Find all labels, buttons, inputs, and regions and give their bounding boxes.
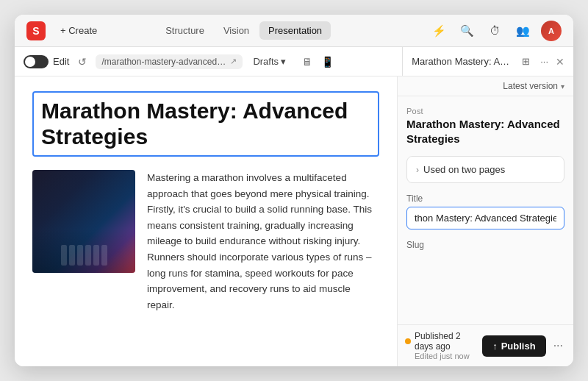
app-window: S + Create Structure Vision Presentation… — [15, 15, 573, 366]
panel-title-bar: Marathon Mastery: Advanced... ⊞ ··· ✕ — [402, 47, 564, 76]
title-nav: Structure Vision Presentation — [157, 21, 331, 40]
pages-badge[interactable]: › Used on two pages — [406, 156, 564, 183]
publish-status-main: Published 2 days ago — [405, 331, 478, 352]
publish-status-sub: Edited just now — [415, 352, 478, 360]
external-link-icon[interactable]: ↗ — [230, 57, 237, 66]
view-icons: 🖥 📱 — [299, 54, 337, 69]
publish-label: Publish — [501, 341, 536, 352]
search-icon[interactable]: 🔍 — [457, 21, 478, 41]
post-title: Marathon Mastery: Advanced Strategies — [406, 117, 564, 146]
slug-field-label: Slug — [406, 240, 564, 250]
mobile-view-icon[interactable]: 📱 — [318, 54, 337, 69]
title-field-section: Title — [406, 193, 564, 229]
title-input[interactable] — [406, 207, 564, 229]
document-title: Marathon Mastery: Advanced Strategies — [32, 91, 379, 157]
create-button[interactable]: + Create — [54, 22, 103, 39]
panel-footer: Published 2 days ago Edited just now ↑ P… — [398, 324, 573, 366]
grid-icon[interactable]: ⊞ — [519, 54, 533, 68]
publish-button[interactable]: ↑ Publish — [482, 335, 545, 357]
publish-status-text: Published 2 days ago — [415, 331, 478, 352]
title-bar: S + Create Structure Vision Presentation… — [15, 15, 573, 47]
app-logo: S — [26, 21, 46, 40]
panel-title-text: Marathon Mastery: Advanced... — [412, 56, 514, 67]
edit-label: Edit — [53, 56, 69, 67]
edit-toggle-switch[interactable] — [24, 55, 49, 68]
timer-icon[interactable]: ⏱ — [485, 21, 506, 41]
url-text: /marathon-mastery-advanced-strategies- — [101, 57, 227, 67]
publish-status: Published 2 days ago Edited just now — [405, 331, 478, 360]
refresh-button[interactable]: ↺ — [75, 54, 90, 69]
drafts-button[interactable]: Drafts ▾ — [248, 54, 290, 69]
version-text: Latest version — [503, 81, 558, 91]
drafts-label: Drafts — [253, 56, 279, 67]
right-panel: Latest version ▾ Post Marathon Mastery: … — [397, 76, 573, 366]
title-actions: ⚡ 🔍 ⏱ 👥 A — [429, 21, 562, 41]
publish-icon: ↑ — [492, 341, 498, 352]
close-panel-button[interactable]: ✕ — [556, 56, 564, 68]
nav-presentation[interactable]: Presentation — [259, 21, 331, 40]
panel-content: Post Marathon Mastery: Advanced Strategi… — [398, 96, 573, 324]
main-area: Marathon Mastery: Advanced Strategies Ma… — [15, 76, 573, 366]
marathon-image — [32, 170, 135, 273]
post-section: Post Marathon Mastery: Advanced Strategi… — [406, 107, 564, 146]
pages-chevron-icon: › — [416, 165, 419, 175]
drafts-chevron-icon: ▾ — [281, 56, 286, 67]
version-bar: Latest version ▾ — [398, 76, 573, 96]
lightning-icon[interactable]: ⚡ — [429, 21, 450, 41]
title-field-label: Title — [406, 193, 564, 204]
pages-text: Used on two pages — [423, 164, 505, 175]
desktop-view-icon[interactable]: 🖥 — [299, 54, 315, 69]
content-area: Mastering a marathon involves a multifac… — [32, 170, 379, 313]
status-dot — [405, 338, 411, 344]
users-icon[interactable]: 👥 — [513, 21, 534, 41]
runners-decoration — [32, 245, 135, 266]
more-options-icon[interactable]: ··· — [537, 54, 551, 68]
toggle-knob — [25, 57, 35, 67]
edit-toggle-group: Edit — [24, 55, 69, 68]
slug-section: Slug — [406, 240, 564, 250]
editor-panel: Marathon Mastery: Advanced Strategies Ma… — [15, 76, 397, 366]
body-text: Mastering a marathon involves a multifac… — [147, 170, 379, 313]
avatar[interactable]: A — [541, 21, 562, 41]
url-bar: /marathon-mastery-advanced-strategies- ↗ — [96, 54, 243, 69]
version-chevron-icon: ▾ — [561, 82, 564, 90]
post-label: Post — [406, 107, 564, 115]
more-options-button[interactable]: ··· — [551, 336, 566, 355]
nav-structure[interactable]: Structure — [157, 21, 213, 40]
toolbar: Edit ↺ /marathon-mastery-advanced-strate… — [15, 47, 573, 76]
nav-vision[interactable]: Vision — [215, 21, 258, 40]
